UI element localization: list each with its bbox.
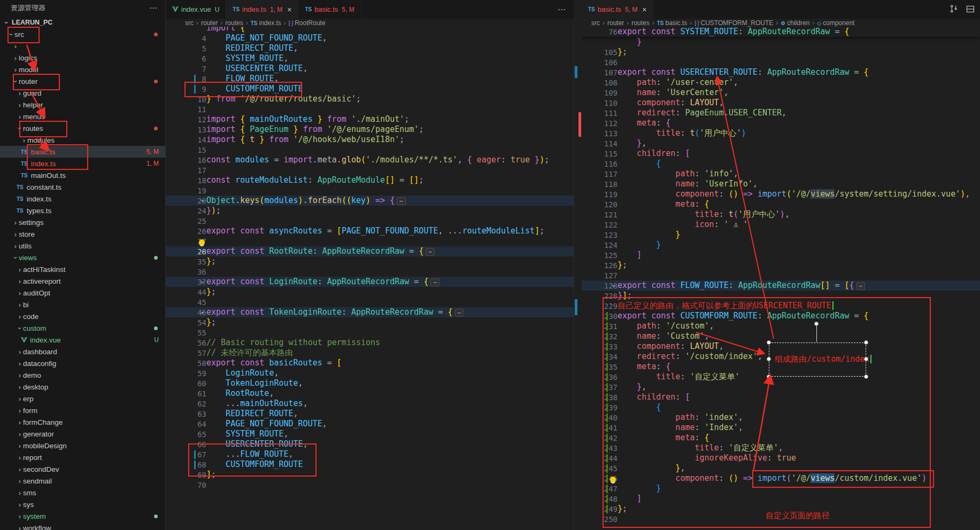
code-line-241[interactable]: 241 name: 'Index', (582, 423, 980, 433)
breadcrumb-item[interactable]: router (201, 19, 218, 27)
breadcrumb-item[interactable]: TSindex.ts (251, 19, 281, 27)
code-line-68[interactable]: 68 CUSTOMFORM_ROUTE (166, 459, 574, 470)
code-line-19[interactable]: 19 (166, 185, 574, 196)
sidebar-item-custom[interactable]: ›custom (0, 322, 165, 334)
code-line-15[interactable]: 15 (166, 145, 574, 155)
code-line-45[interactable]: 45 (166, 297, 574, 307)
sidebar-item-mobileDesign[interactable]: ›mobileDesign (0, 440, 165, 451)
sidebar-item-sms[interactable]: ›sms (0, 487, 165, 498)
code-line-109[interactable]: 109 name: 'UserCenter', (582, 88, 980, 98)
file-item-mainOut.ts[interactable]: TSmainOut.ts (0, 169, 165, 181)
code-line-245[interactable]: 245 }, (582, 463, 980, 473)
file-item-index.vue[interactable]: index.vueU (0, 334, 165, 346)
code-line-54[interactable]: 54}; (166, 317, 574, 328)
code-line-76[interactable]: 76export const SYSTEM_ROUTE: AppRouteRec… (582, 27, 980, 37)
code-line-107[interactable]: 107export const USERCENTER_ROUTE: AppRou… (582, 67, 980, 77)
sidebar-item-report[interactable]: ›report (0, 451, 165, 463)
code-line-125[interactable]: 125 ] (582, 250, 980, 260)
sidebar-item-sendmail[interactable]: ›sendmail (0, 475, 165, 487)
code-line-57[interactable]: 57// 未经许可的基本路由 (166, 348, 574, 358)
code-line-13[interactable]: 13import { PageEnum } from '/@/enums/pag… (166, 124, 574, 135)
code-line-67[interactable]: 67 ...FLOW_ROUTE, (166, 449, 574, 459)
code-line-7[interactable]: 7 USERCENTER_ROUTE, (166, 64, 574, 74)
code-line-18[interactable]: 18const routeModuleList: AppRouteModule[… (166, 175, 574, 185)
breadcrumb-item[interactable]: src (185, 19, 194, 27)
file-item-index.ts[interactable]: TSindex.ts1, M (0, 158, 165, 169)
code-line-106[interactable]: 106 (582, 57, 980, 67)
code-line-246[interactable]: 246 component: () => import('/@/views/cu… (582, 473, 980, 484)
breadcrumb-item[interactable]: ⚙children (781, 19, 809, 27)
code-line-14[interactable]: 14import { t } from '/@/hooks/web/useI18… (166, 135, 574, 145)
tab-overflow-icon[interactable]: ⋯ (550, 5, 574, 14)
tab-index.ts[interactable]: TSindex.ts1, M× (226, 0, 298, 19)
breadcrumb-item[interactable]: TSbasic.ts (657, 19, 687, 27)
code-line-16[interactable]: 16const modules = import.meta.glob('./mo… (166, 155, 574, 165)
sidebar-item-activereport[interactable]: ›activereport (0, 275, 165, 287)
middle-code-area[interactable]: import {4 PAGE_NOT_FOUND_ROUTE,5 REDIREC… (166, 27, 574, 530)
code-line-56[interactable]: 56// Basic routing without permissions (166, 338, 574, 348)
sidebar-item-views[interactable]: ›views (0, 252, 165, 263)
code-line-12[interactable]: 12import { mainOutRoutes } from './mainO… (166, 114, 574, 124)
sidebar-item-model[interactable]: ›model (0, 64, 165, 75)
fold-arrow-icon[interactable]: › (198, 310, 206, 314)
code-line-248[interactable]: 248 ] (582, 494, 980, 504)
code-line-234[interactable]: 234 redirect: '/custom/index', (582, 352, 980, 362)
breadcrumb-item[interactable]: router (607, 19, 624, 27)
code-line-37[interactable]: 37›export const LoginRoute: AppRouteReco… (166, 277, 574, 287)
sidebar-item-erp[interactable]: ›erp (0, 393, 165, 404)
sidebar-item-guard[interactable]: ›guard (0, 87, 165, 99)
tab-basic.ts[interactable]: TSbasic.ts5, M× (582, 0, 653, 19)
sidebar-item-secondDev[interactable]: ›secondDev (0, 463, 165, 475)
sidebar-item-dashboard[interactable]: ›dashboard (0, 346, 165, 357)
code-line-65[interactable]: 65 SYSTEM_ROUTE, (166, 429, 574, 439)
sidebar-item-code[interactable]: ›code (0, 310, 165, 322)
code-line-44[interactable]: 44}; (166, 287, 574, 297)
sidebar-item-sys[interactable]: ›sys (0, 498, 165, 510)
breadcrumb-item[interactable]: [∙]RootRoute (289, 19, 326, 27)
code-line-118[interactable]: 118 name: 'UserInfo', (582, 179, 980, 189)
sidebar-item-settings[interactable]: ›settings (0, 216, 165, 228)
code-line-237[interactable]: 237 }, (582, 382, 980, 392)
code-line-242[interactable]: 242 meta: { (582, 433, 980, 443)
code-line-250[interactable]: 250 (582, 514, 980, 524)
code-line-119[interactable]: 119 component: () => import('/@/views/sy… (582, 189, 980, 199)
code-line-10[interactable]: 10} from '/@/router/routes/basic'; (166, 94, 574, 104)
code-line-108[interactable]: 108 path: '/user-center', (582, 77, 980, 88)
compare-changes-icon[interactable] (950, 4, 959, 13)
code-line-69[interactable]: 69]; (166, 470, 574, 480)
code-line-46[interactable]: 46›export const TokenLoginRoute: AppRout… (166, 307, 574, 317)
code-line-115[interactable]: 115 children: [ (582, 149, 980, 159)
sidebar-item-store[interactable]: ›store (0, 228, 165, 240)
file-item-index.ts[interactable]: TSindex.ts (0, 193, 165, 205)
code-line-240[interactable]: 240 path: 'index', (582, 412, 980, 423)
code-line-232[interactable]: 232 name: 'Custom', (582, 331, 980, 341)
code-line-11[interactable]: 11 (166, 104, 574, 114)
overview-ruler[interactable] (574, 19, 582, 530)
right-code-area[interactable]: 76export const SYSTEM_ROUTE: AppRouteRec… (582, 27, 980, 530)
sidebar-item-desktop[interactable]: ›desktop (0, 381, 165, 393)
breadcrumb-item[interactable]: src (591, 19, 600, 27)
breadcrumb-item[interactable]: [∙]CUSTOMFORM_ROUTE (695, 19, 773, 27)
code-line-233[interactable]: 233 component: LAYOUT, (582, 341, 980, 352)
sidebar-item-logics[interactable]: ›logics (0, 52, 165, 64)
sidebar-item-dataconfig[interactable]: ›dataconfig (0, 357, 165, 369)
code-line-6[interactable]: 6 SYSTEM_ROUTE, (166, 53, 574, 64)
code-line-123[interactable]: 123 } (582, 230, 980, 240)
code-line-249[interactable]: 249}; (582, 504, 980, 514)
fold-arrow-icon[interactable]: › (198, 199, 206, 202)
code-line-58[interactable]: 58export const basicRoutes = [ (166, 358, 574, 368)
code-line-5[interactable]: 5 REDIRECT_ROUTE, (166, 43, 574, 53)
code-line-111[interactable]: 111 redirect: PageEnum.USER_CENTER, (582, 108, 980, 118)
sidebar-item-utils[interactable]: ›utils (0, 240, 165, 252)
sidebar-item-generator[interactable]: ›generator (0, 428, 165, 440)
code-line-9[interactable]: 9 CUSTOMFORM_ROUTE (166, 84, 574, 94)
code-line-230[interactable]: 230export const CUSTOMFORM_ROUTE: AppRou… (582, 311, 980, 321)
code-line-243[interactable]: 243 title: '自定义菜单', (582, 443, 980, 453)
breadcrumb-item[interactable]: routes (225, 19, 243, 27)
code-line-120[interactable]: 120 meta: { (582, 199, 980, 209)
close-icon[interactable]: × (287, 5, 291, 14)
code-line-105[interactable]: 105}; (582, 47, 980, 57)
code-line-128[interactable]: 128›export const FLOW_ROUTE: AppRouteRec… (582, 280, 980, 291)
lightbulb-icon[interactable] (199, 239, 205, 245)
code-line-35[interactable]: 35}; (166, 256, 574, 267)
